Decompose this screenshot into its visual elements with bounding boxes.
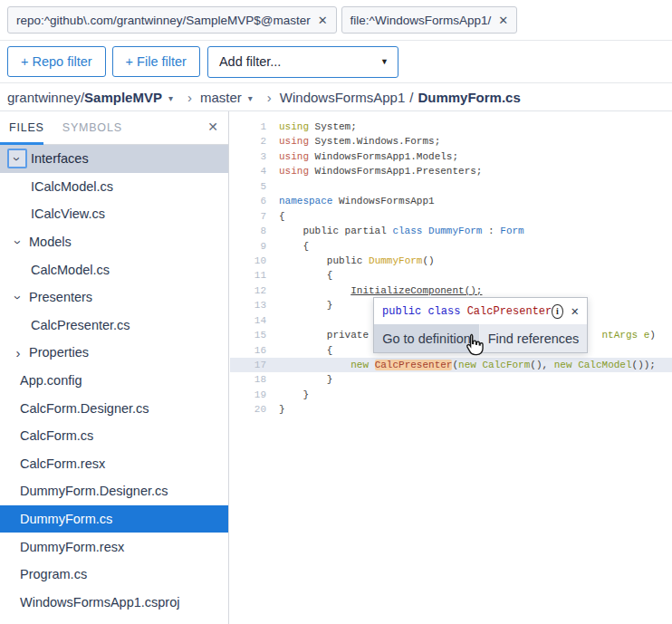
find-references-button[interactable]: Find references	[480, 324, 587, 352]
code-line: 5	[230, 179, 672, 194]
line-number[interactable]: 5	[237, 179, 266, 194]
close-icon[interactable]: ✕	[207, 120, 218, 134]
tree-item-models[interactable]: ›Models	[0, 228, 228, 256]
code-line: 20}	[230, 402, 672, 417]
tree-item-label: CalcForm.Designer.cs	[0, 401, 149, 416]
go-to-definition-button[interactable]: Go to definition	[374, 324, 480, 352]
tree-item-icalcview-cs[interactable]: ICalcView.cs	[0, 200, 228, 228]
code-token: public partial	[279, 226, 392, 236]
line-number[interactable]: 9	[237, 239, 266, 254]
branch-caret-down-icon[interactable]: ▾	[248, 93, 253, 103]
line-number[interactable]: 1	[237, 120, 266, 134]
tree-item-windowsformsapp1-csproj[interactable]: WindowsFormsApp1.csproj	[0, 589, 228, 617]
chevron-down-icon[interactable]: ›	[11, 235, 26, 249]
tree-item-label: Presenters	[29, 290, 92, 304]
add-repo-filter-button[interactable]: + Repo filter	[7, 46, 106, 77]
tree-item-calcpresenter-cs[interactable]: CalcPresenter.cs	[0, 312, 228, 340]
line-number[interactable]: 17	[237, 358, 266, 372]
line-number[interactable]: 7	[237, 209, 266, 224]
signature-token: public	[382, 305, 421, 318]
code-line: 10 public DummyForm()	[230, 254, 672, 268]
tree-item-calcform-resx[interactable]: CalcForm.resx	[0, 450, 228, 478]
code-token: public	[279, 255, 369, 266]
info-icon[interactable]: i	[552, 304, 562, 319]
query-chip[interactable]: file:^WindowsFormsApp1/✕	[341, 6, 518, 34]
file-sidebar: FILES SYMBOLS ✕ ›InterfacesICalcModel.cs…	[0, 111, 229, 624]
breadcrumb-file[interactable]: DummyForm.cs	[418, 90, 520, 105]
hover-popup-actions: Go to definitionFind references	[374, 324, 587, 352]
breadcrumb-repo-name[interactable]: SampleMVP	[84, 90, 162, 105]
breadcrumb-directory[interactable]: WindowsFormsApp1	[280, 90, 405, 105]
tree-item-presenters[interactable]: ›Presenters	[0, 283, 228, 312]
tree-item-dummyform-designer-cs[interactable]: DummyForm.Designer.cs	[0, 477, 228, 505]
code-line: 19 }	[230, 388, 672, 402]
code-token: {	[279, 345, 332, 356]
line-number[interactable]: 14	[237, 313, 266, 328]
tree-item-label: CalcPresenter.cs	[0, 318, 130, 332]
line-number[interactable]: 12	[237, 283, 266, 298]
signature-token: CalcPresenter	[467, 305, 552, 318]
line-number[interactable]: 6	[237, 194, 266, 208]
line-number[interactable]: 18	[237, 372, 266, 387]
line-number[interactable]: 11	[237, 268, 266, 283]
hover-popup-signature: public class CalcPresenter i ✕	[374, 298, 587, 324]
tree-item-program-cs[interactable]: Program.cs	[0, 561, 228, 589]
code-token: DummyForm	[369, 255, 422, 266]
line-number[interactable]: 8	[237, 224, 266, 238]
line-number[interactable]: 10	[237, 254, 266, 268]
line-number[interactable]: 19	[237, 388, 266, 402]
query-chip-label: repo:^github\.com/grantwinney/SampleMVP$…	[16, 14, 311, 27]
tree-item-label: Properties	[29, 345, 89, 360]
tree-item-calcmodel-cs[interactable]: CalcModel.cs	[0, 255, 228, 283]
line-number[interactable]: 2	[237, 134, 266, 149]
close-icon[interactable]: ✕	[571, 303, 579, 319]
tab-files[interactable]: FILES	[9, 121, 44, 134]
code-line: 6namespace WindowsFormsApp1	[230, 194, 672, 208]
path-separator: /	[409, 90, 413, 105]
line-number[interactable]: 4	[237, 164, 266, 178]
breadcrumb-branch[interactable]: master	[200, 90, 242, 105]
code-token	[279, 360, 350, 370]
tree-item-dummyform-resx[interactable]: DummyForm.resx	[0, 533, 228, 561]
line-number[interactable]: 20	[237, 402, 266, 417]
code-line: 8 public partial class DummyForm : Form	[230, 224, 672, 238]
code-token: Form	[500, 226, 523, 236]
code-token: using	[279, 166, 309, 177]
line-number[interactable]: 15	[237, 328, 266, 342]
tree-item-label: DummyForm.Designer.cs	[0, 484, 168, 498]
close-icon[interactable]: ✕	[498, 14, 508, 27]
line-number[interactable]: 13	[237, 298, 266, 312]
highlighted-reference-token[interactable]: CalcPresenter	[375, 360, 453, 370]
code-token	[638, 330, 644, 341]
code-token: System;	[309, 121, 357, 132]
add-filter-dropdown[interactable]: Add filter... ▼	[207, 46, 398, 78]
line-number[interactable]: 3	[237, 149, 266, 164]
code-line: 7{	[230, 209, 672, 224]
code-token: using	[279, 136, 309, 147]
tree-item-calcform-cs[interactable]: CalcForm.cs	[0, 422, 228, 450]
tree-item-calcform-designer-cs[interactable]: CalcForm.Designer.cs	[0, 394, 228, 422]
tab-symbols[interactable]: SYMBOLS	[62, 121, 122, 134]
tree-item-label: ICalcModel.cs	[0, 179, 113, 194]
tree-item-properties[interactable]: ›Properties	[0, 339, 228, 367]
line-number[interactable]: 16	[237, 343, 266, 358]
tree-item-app-config[interactable]: App.config	[0, 367, 228, 395]
code-line: 4using WindowsFormsApp1.Presenters;	[230, 164, 672, 178]
add-file-filter-button[interactable]: + File filter	[112, 46, 200, 77]
chevron-down-icon[interactable]: ›	[10, 151, 25, 166]
reference-link[interactable]: InitializeComponent();	[350, 285, 482, 296]
folder-toggle-button[interactable]: ›	[7, 149, 27, 168]
close-icon[interactable]: ✕	[318, 14, 328, 27]
code-token	[279, 285, 350, 296]
query-chip[interactable]: repo:^github\.com/grantwinney/SampleMVP$…	[7, 6, 337, 34]
tree-item-interfaces[interactable]: ›Interfaces	[0, 145, 228, 173]
chevron-right-icon[interactable]: ›	[11, 345, 25, 360]
tree-item-label: CalcForm.cs	[0, 428, 93, 443]
repo-caret-down-icon[interactable]: ▾	[168, 93, 173, 103]
breadcrumb-repo-owner[interactable]: grantwinney/	[7, 90, 84, 105]
tree-item-icalcmodel-cs[interactable]: ICalcModel.cs	[0, 173, 228, 201]
chevron-down-icon[interactable]: ›	[11, 290, 26, 304]
file-tree: ›InterfacesICalcModel.csICalcView.cs›Mod…	[0, 145, 228, 624]
code-token: namespace	[279, 196, 332, 206]
tree-item-dummyform-cs[interactable]: DummyForm.cs	[0, 505, 228, 533]
